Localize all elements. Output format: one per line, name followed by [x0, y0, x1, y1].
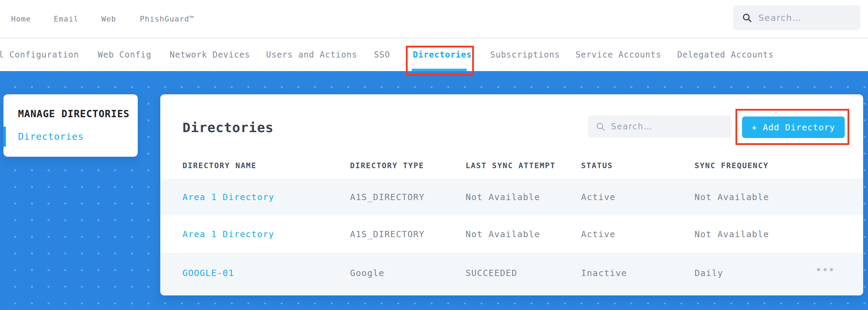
status-cell: Active [581, 192, 695, 202]
tab-subscriptions[interactable]: Subscriptions [490, 38, 560, 71]
directories-panel: Directories + Add Directory DIRECTORY NA… [160, 94, 863, 295]
top-nav-home[interactable]: Home [11, 0, 31, 38]
directories-search-input[interactable] [611, 122, 715, 131]
tab-email-configuration[interactable]: l Configuration [0, 38, 79, 71]
status-cell: Active [581, 229, 695, 239]
ellipsis-dot [817, 268, 820, 271]
search-icon [596, 122, 605, 131]
tab-sso[interactable]: SSO [374, 38, 390, 71]
directory-type-cell: A1S_DIRECTORY [350, 229, 466, 239]
table-row: Area 1 Directory A1S_DIRECTORY Not Avail… [160, 179, 863, 216]
sync-frequency-cell: Not Available [695, 192, 826, 202]
search-icon [742, 12, 752, 23]
column-header-last-sync-attempt: LAST SYNC ATTEMPT [466, 161, 581, 170]
column-header-status: STATUS [581, 161, 695, 170]
directory-type-cell: Google [350, 268, 466, 278]
global-search-input[interactable] [758, 13, 849, 23]
global-search-box[interactable] [733, 5, 860, 30]
column-header-directory-type: DIRECTORY TYPE [350, 161, 466, 170]
top-nav-web[interactable]: Web [101, 0, 116, 38]
tab-service-accounts[interactable]: Service Accounts [576, 38, 661, 71]
ellipsis-dot [824, 268, 827, 271]
last-sync-cell: Not Available [466, 192, 581, 202]
directories-search-box[interactable] [588, 115, 731, 138]
sync-frequency-cell: Not Available [695, 229, 826, 239]
table-row: Area 1 Directory A1S_DIRECTORY Not Avail… [160, 216, 863, 253]
directory-name-link[interactable]: GOOGLE-01 [182, 268, 350, 278]
top-nav-phishguard[interactable]: PhishGuard™ [140, 0, 194, 38]
directory-name-link[interactable]: Area 1 Directory [182, 192, 350, 202]
active-tab-underline [412, 69, 467, 71]
directories-table: DIRECTORY NAME DIRECTORY TYPE LAST SYNC … [160, 153, 863, 295]
directory-name-link[interactable]: Area 1 Directory [182, 229, 350, 239]
sync-frequency-cell: Daily [695, 268, 826, 278]
sidebar-item-directories[interactable]: Directories [18, 131, 84, 142]
row-actions-menu-icon[interactable] [817, 268, 833, 271]
sidebar-heading: MANAGE DIRECTORIES [18, 108, 129, 120]
sidebar-card: MANAGE DIRECTORIES Directories [3, 94, 138, 157]
add-directory-button[interactable]: + Add Directory [742, 117, 845, 138]
top-nav-email[interactable]: Email [54, 0, 78, 38]
tab-delegated-accounts[interactable]: Delegated Accounts [677, 38, 774, 71]
column-header-directory-name: DIRECTORY NAME [182, 161, 350, 170]
sidebar-active-indicator [3, 127, 6, 147]
directory-type-cell: A1S_DIRECTORY [350, 192, 466, 202]
workspace-background: MANAGE DIRECTORIES Directories Directori… [0, 71, 868, 310]
last-sync-cell: Not Available [466, 229, 581, 239]
status-cell: Inactive [581, 268, 695, 278]
tab-network-devices[interactable]: Network Devices [170, 38, 250, 71]
last-sync-cell: SUCCEEDED [466, 268, 581, 278]
ellipsis-dot [830, 268, 833, 271]
tab-web-config[interactable]: Web Config [98, 38, 152, 71]
table-row: GOOGLE-01 Google SUCCEEDED Inactive Dail… [160, 253, 863, 295]
top-nav: Home Email Web PhishGuard™ [0, 0, 868, 38]
column-header-sync-frequency: SYNC FREQUENCY [695, 161, 826, 170]
tab-users-and-actions[interactable]: Users and Actions [266, 38, 357, 71]
tab-directories[interactable]: Directories [413, 38, 472, 71]
table-header-row: DIRECTORY NAME DIRECTORY TYPE LAST SYNC … [160, 153, 863, 179]
page-title: Directories [182, 120, 274, 135]
settings-tab-bar: l Configuration Web Config Network Devic… [0, 38, 868, 71]
